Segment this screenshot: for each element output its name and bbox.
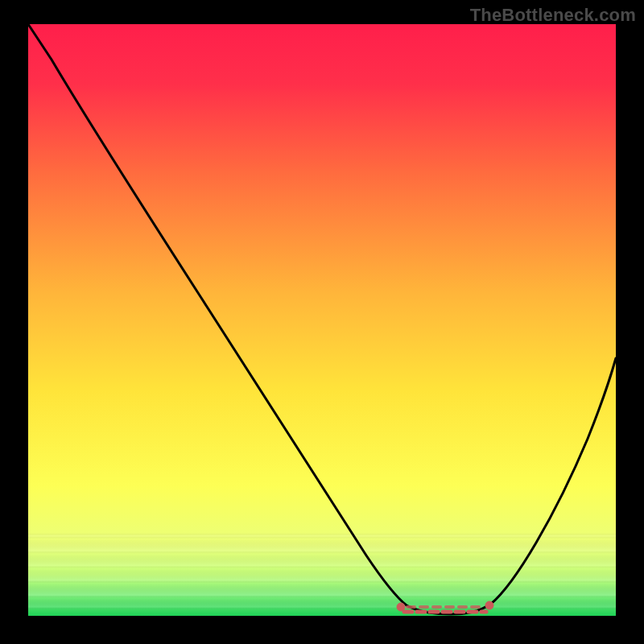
optimal-range-marker-start-dot	[397, 603, 405, 611]
chart-frame: TheBottleneck.com	[0, 0, 644, 644]
watermark-text: TheBottleneck.com	[470, 5, 636, 26]
optimal-range-marker-end-dot	[485, 601, 493, 609]
bottleneck-chart	[0, 0, 644, 644]
plot-area	[28, 24, 616, 616]
heat-banding-overlay	[28, 24, 616, 616]
